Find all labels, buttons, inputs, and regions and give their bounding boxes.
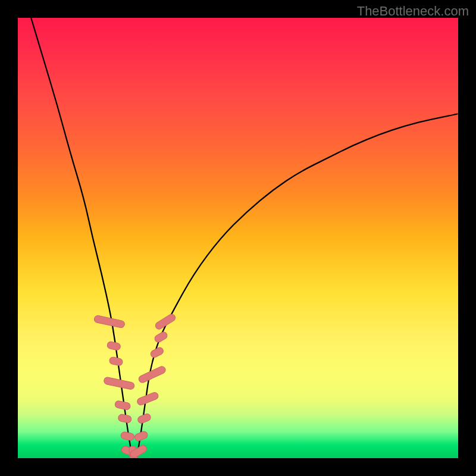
marker-pill [114,400,131,411]
marker-pill [120,431,134,441]
marker-pill [137,413,152,424]
marker-pill [118,414,132,423]
plot-svg [18,18,458,458]
marker-pill [134,430,149,441]
marker-pill [93,315,125,328]
attribution-label: TheBottleneck.com [357,4,469,19]
marker-pill [109,356,123,366]
plot-area [18,18,458,458]
marker-pill [104,377,135,390]
chart-frame: TheBottleneck.com [0,0,476,476]
marker-pill [107,341,121,350]
curve-markers [93,313,176,458]
bottleneck-curve [31,18,458,458]
marker-pill [136,392,159,406]
marker-pill [154,331,168,343]
marker-pill [149,346,164,359]
marker-pill [154,313,177,331]
marker-pill [137,365,167,384]
